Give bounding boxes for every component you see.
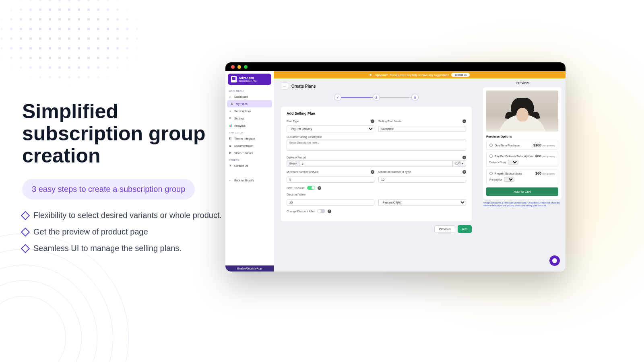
sidebar-item-label: Contact Us	[234, 165, 248, 167]
help-icon[interactable]: ?	[462, 156, 466, 159]
alert-strong: Important!	[374, 74, 388, 76]
option-name: Prepaid Subscriptions	[495, 172, 522, 175]
description-input[interactable]	[287, 140, 466, 151]
option-sub-label: Pre-pay for	[489, 178, 502, 181]
maximize-icon[interactable]	[244, 65, 248, 69]
sidebar-item-theme[interactable]: ◧Theme Integrate	[225, 135, 274, 142]
diamond-icon	[21, 227, 30, 237]
radio-icon[interactable]	[489, 154, 493, 158]
sidebar-item-label: Subscriptions	[234, 110, 251, 113]
docs-icon: 🗎	[229, 144, 232, 147]
min-cycle-input[interactable]	[287, 177, 374, 183]
alert-banner: ◆ Important! Do you need any help or hav…	[274, 71, 566, 78]
sidebar-item-myplans[interactable]: ♟My Plans	[227, 100, 272, 107]
delivery-value-input[interactable]	[299, 160, 453, 167]
delivery-label: Delivery Period	[287, 156, 305, 159]
option-price: $100	[533, 143, 541, 147]
back-icon: ←	[229, 179, 232, 182]
sidebar-item-label: Dashboard	[234, 95, 248, 98]
subscriptions-icon: ≡	[229, 109, 232, 113]
plan-type-label: Plan Type	[287, 120, 299, 123]
home-icon: ⌂	[229, 95, 232, 98]
page-title: Create Plans	[291, 84, 316, 88]
help-icon[interactable]: ?	[371, 119, 374, 123]
plans-icon: ♟	[230, 102, 233, 105]
sidebar-item-settings[interactable]: ⚙Settings	[225, 115, 274, 122]
selling-plan-card: Add Selling Plan Plan Type? Pay Per Deli…	[281, 107, 472, 221]
option-sub-label: Delivery Every	[489, 161, 506, 164]
prepay-for-select[interactable]	[504, 177, 514, 182]
plan-type-select[interactable]: Pay Per Delivery	[287, 125, 374, 132]
preview-disclaimer: *Image, Discounts & Prices are dummy dat…	[483, 202, 561, 207]
diamond-icon	[21, 211, 30, 220]
add-button[interactable]: Add	[458, 225, 472, 233]
hero-title: Simplified subscription group creation	[22, 101, 223, 167]
previous-button[interactable]: Previous	[434, 225, 455, 233]
diamond-icon	[21, 244, 30, 253]
change-discount-toggle[interactable]	[317, 209, 325, 213]
video-icon: ▶	[229, 151, 232, 154]
sidebar-item-analytics[interactable]: 📊Analytics	[225, 122, 274, 129]
help-icon[interactable]: ?	[462, 170, 466, 174]
sidebar-item-back[interactable]: ←Back to Shopify	[225, 177, 274, 184]
sidebar-item-video[interactable]: ▶Video Tutorials	[225, 149, 274, 156]
sidebar-item-label: Back to Shopify	[234, 179, 254, 182]
discount-value-label: Discount Value	[287, 193, 305, 196]
sidebar-item-subscriptions[interactable]: ≡Subscriptions	[225, 107, 274, 115]
brand-sub: Subscription Pro	[239, 80, 256, 82]
delivery-every-select[interactable]	[508, 160, 518, 165]
max-cycle-input[interactable]	[378, 177, 466, 183]
offer-discount-toggle[interactable]	[307, 186, 315, 190]
max-cycle-label: Maximum number of cycle	[378, 171, 411, 173]
option-unit: per quantity	[543, 144, 555, 147]
minimize-icon[interactable]	[237, 65, 241, 69]
sidebar-item-label: Analytics	[234, 124, 246, 127]
bullet-text: Seamless UI to manage the selling plans.	[33, 244, 182, 253]
help-icon[interactable]: ?	[318, 186, 321, 190]
preview-title: Preview	[483, 81, 561, 85]
sidebar-item-label: Settings	[234, 117, 244, 120]
step-2[interactable]: 2	[373, 94, 380, 101]
sidebar-item-dashboard[interactable]: ⌂Dashboard	[225, 93, 274, 100]
enable-disable-button[interactable]: Enable/Disable App	[225, 265, 274, 272]
step-3[interactable]: 3	[411, 94, 419, 101]
step-1[interactable]: ✓	[334, 94, 341, 101]
menu-section-label: OTHERS	[225, 156, 274, 162]
help-icon[interactable]: ?	[328, 210, 331, 213]
purchase-option[interactable]: One Time Purchase $100 per quantity	[486, 141, 558, 150]
chat-fab[interactable]	[549, 255, 560, 266]
option-price: $60	[535, 171, 541, 175]
product-image	[486, 90, 558, 132]
help-icon[interactable]: ?	[371, 170, 374, 174]
discount-value-input[interactable]	[287, 200, 374, 206]
delivery-unit-select[interactable]: DAY ▾	[453, 160, 466, 167]
sidebar-item-label: Documentation	[234, 144, 253, 147]
plan-name-label: Selling Plan Name	[378, 120, 402, 123]
radio-icon[interactable]	[489, 172, 493, 175]
chart-icon: 📊	[229, 124, 232, 127]
discount-type-select[interactable]: Percent Off(%)	[378, 199, 466, 206]
sidebar-item-contact[interactable]: ✉Contact Us	[225, 162, 274, 169]
sidebar-item-label: Video Tutorials	[234, 152, 253, 154]
purchase-option[interactable]: Prepaid Subscriptions $60 per quantity P…	[486, 169, 558, 184]
every-prefix: Every	[287, 160, 299, 167]
radio-icon[interactable]	[489, 144, 493, 147]
bullet-text: Flexibility to select desired variants o…	[33, 211, 222, 220]
sidebar-item-docs[interactable]: 🗎Documentation	[225, 142, 274, 149]
option-unit: per quantity	[543, 155, 555, 158]
bullet-text: Get the preview of product page	[33, 227, 148, 237]
menu-section-label: APP SETUP	[225, 129, 274, 135]
sidebar: AdvancedSubscription Pro MAIN MENU ⌂Dash…	[225, 71, 274, 272]
purchase-options-label: Purchase Options	[486, 135, 558, 138]
app-logo: AdvancedSubscription Pro	[228, 74, 271, 85]
help-icon[interactable]: ?	[462, 119, 466, 123]
add-to-cart-button[interactable]: Add To Cart	[486, 187, 558, 196]
close-icon[interactable]	[231, 65, 235, 69]
contact-icon: ✉	[229, 164, 232, 167]
contact-us-button[interactable]: contact us	[451, 73, 470, 77]
purchase-option[interactable]: Pay Per Delivery Subscriptions $80 per q…	[486, 152, 558, 167]
plan-name-input[interactable]	[378, 126, 466, 132]
min-cycle-label: Minimum number of cycle	[287, 171, 319, 173]
option-price: $80	[535, 154, 541, 158]
back-button[interactable]: ←	[281, 82, 288, 90]
